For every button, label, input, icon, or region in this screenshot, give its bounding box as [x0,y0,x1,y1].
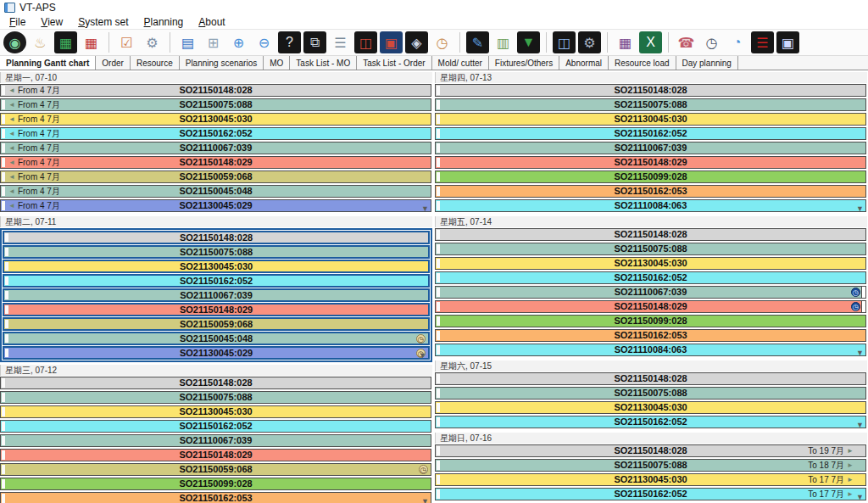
printer-icon[interactable]: ⧉ [303,31,326,53]
gantt-bar[interactable]: SO21130045:030 [0,405,431,418]
gantt-bar[interactable]: SO21110067:039 [0,434,431,447]
teacup-icon[interactable]: ♨ [29,31,52,53]
gantt-bar[interactable]: SO21150148:028 [0,377,431,389]
tab-planning-scenarios[interactable]: Planning scenarios [180,56,264,70]
gantt-bar[interactable]: SO21150099:028 [435,170,866,183]
blue-grid-icon[interactable]: ▣ [380,31,403,53]
gantt-bar[interactable]: SO21150148:028 [435,372,866,385]
gantt-bar[interactable]: SO21130045:030To 17 7月 ► [435,473,866,486]
gantt-bar[interactable]: SO21150075:088To 18 7月 ► [435,459,866,472]
gantt-bar[interactable]: SO21150162:052To 17 7月 ►▼ [435,488,866,500]
gantt-bar[interactable]: SO21150148:028 [3,231,430,244]
tab-mo[interactable]: MO [264,56,290,70]
pen-icon[interactable]: ✎ [466,31,489,53]
gantt-bar[interactable]: SO21150148:029 [435,156,866,169]
gantt-bar[interactable]: SO21130045:029◄From 4 7月▼ [0,199,431,212]
menu-about[interactable]: About [191,16,232,28]
gantt-icon[interactable]: ▤ [176,31,199,53]
stopwatch-icon[interactable]: ◷ [700,31,723,53]
gantt-bar[interactable]: SO21150162:052 [435,127,866,140]
gantt-bar[interactable]: SO21150162:053 [435,185,866,198]
tab-mold-cutter[interactable]: Mold/ cutter [432,56,489,70]
gantt-bar[interactable]: SO21150059:068 [3,317,430,331]
zoom-out-icon[interactable]: ⊖ [253,31,275,53]
zoom-in-icon[interactable]: ⊕ [227,31,250,53]
gantt-bar[interactable]: SO21150075:088 [3,245,430,259]
person-checklist-icon[interactable]: ☑ [115,31,138,53]
gantt-bar[interactable]: SO21110067:039◷ [435,286,866,299]
gantt-bar[interactable]: SO21150045:048◷ [3,332,430,345]
tab-fixtures-others[interactable]: Fixtures/Others [489,56,559,70]
gantt-bar[interactable]: SO21150045:048◄From 4 7月 [0,185,431,198]
menu-view[interactable]: View [33,16,70,28]
overflow-indicator[interactable]: ▼ [421,205,429,213]
tab-day-planning[interactable]: Day planning [676,56,738,70]
gantt-bar[interactable]: SO21110067:039 [435,142,866,154]
clock-icon[interactable]: ◷ [416,334,426,344]
gantt-bar[interactable]: SO21130045:030 [435,113,866,126]
calendar-clock-icon[interactable]: ◔ [726,31,748,53]
gantt-bar[interactable]: SO21130045:030 [435,257,866,270]
clock-icon[interactable]: ◷ [851,288,860,297]
menu-system-set[interactable]: System set [70,16,136,28]
gantt-bar[interactable]: SO21150075:088 [435,243,866,255]
calendar-plan-icon[interactable]: ▦ [80,31,103,53]
gantt-bar[interactable]: SO21110067:039 [3,288,430,302]
chart-icon[interactable]: ▦ [54,31,77,53]
gantt-bar[interactable]: SO21150148:028 [435,228,866,241]
people-phone-icon[interactable]: ☎ [675,31,698,53]
gantt-bar[interactable]: SO21150162:053 [435,329,866,342]
calendar-question-icon[interactable]: ? [278,31,301,53]
grid-chart-icon[interactable]: ⊞ [202,31,225,53]
gantt-bar[interactable]: SO21150059:068◄From 4 7月 [0,170,431,183]
gantt-bar[interactable]: SO21150075:088 [0,391,431,404]
gantt-bar[interactable]: SO21150162:052 [0,420,431,433]
gantt-bar[interactable]: SO21150162:052▼ [435,416,866,428]
shield-icon[interactable]: ◈ [405,31,428,53]
overflow-indicator[interactable]: ▼ [856,205,864,213]
tab-order[interactable]: Order [96,56,131,70]
menu-file[interactable]: File [2,16,33,28]
overflow-indicator[interactable]: ▼ [856,422,864,429]
clock-icon[interactable]: ◷ [851,302,860,311]
gantt-bar[interactable]: SO21150148:028To 19 7月 ► [435,444,866,457]
gantt-bar[interactable]: SO21110067:039◄From 4 7月 [0,142,431,154]
gantt-bar[interactable]: SO21150162:052 [435,271,866,284]
gantt-bar[interactable]: SO21150075:088◄From 4 7月 [0,98,431,111]
overflow-indicator[interactable]: ▼ [856,349,864,357]
gantt-bar[interactable]: SO21150148:029 [3,303,430,316]
gantt-bar[interactable]: SO21130045:030 [3,260,430,273]
gantt-bar[interactable]: SO21150148:028◄From 4 7月 [0,84,431,97]
gantt-bar[interactable]: SO21150075:088 [435,387,866,400]
tab-task-list-mo[interactable]: Task List - MO [290,56,357,70]
gears-icon[interactable]: ⚙ [141,31,164,53]
overflow-indicator[interactable]: ▼ [856,494,864,501]
gantt-bar[interactable]: SO21150059:068◷ [0,463,431,476]
tab-task-list-order[interactable]: Task List - Order [357,56,431,70]
folder-cards-icon[interactable]: ◫ [553,31,576,53]
gantt-bar[interactable]: SO21150162:052◄From 4 7月 [0,127,431,140]
gantt-bar[interactable]: SO21150148:029◄From 4 7月 [0,156,431,169]
tab-resource[interactable]: Resource [131,56,180,70]
red-books-icon[interactable]: ☰ [751,31,774,53]
print-list-icon[interactable]: ☰ [329,31,352,53]
gantt-bar[interactable]: SO21150099:028 [435,315,866,327]
clock-map-icon[interactable]: ◷ [431,31,453,53]
grid-squares-icon[interactable]: ◫ [354,31,377,53]
gantt-bar[interactable]: SO21130045:030 [435,401,866,414]
gantt-bar[interactable]: SO21150162:052 [3,274,430,288]
save-export-icon[interactable]: ▼ [517,31,540,53]
excel-icon[interactable]: X [639,31,662,53]
menu-planning[interactable]: Planning [136,16,192,28]
calendar-purple-icon[interactable]: ▦ [614,31,637,53]
gantt-bar[interactable]: SO21150148:029◷ [435,300,866,313]
gantt-bar[interactable]: SO21110084:063▼ [435,199,866,212]
gantt-bar[interactable]: SO21150148:029 [0,449,431,461]
gauge-icon[interactable]: ◉ [3,31,26,53]
gear-dark-icon[interactable]: ⚙ [578,31,601,53]
floppy-save-icon[interactable]: ▣ [776,31,799,53]
gantt-bar[interactable]: SO21150075:088 [435,98,866,111]
gantt-bar[interactable]: SO21130045:029◷▼ [3,346,430,360]
gantt-bar[interactable]: SO21150148:028 [435,84,866,97]
tab-abnormal[interactable]: Abnormal [559,56,609,70]
